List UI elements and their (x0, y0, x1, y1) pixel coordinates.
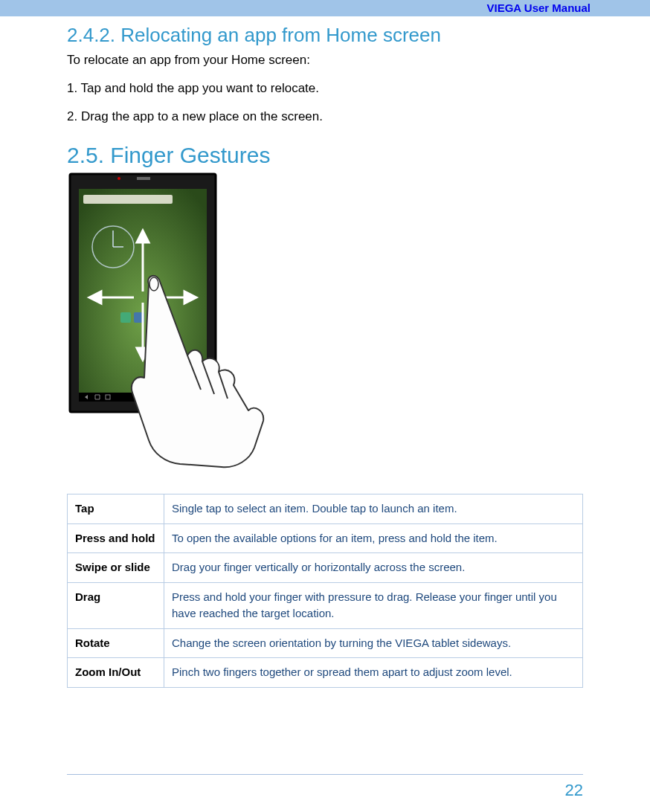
gesture-desc: Change the screen orientation by turning… (164, 628, 583, 658)
step-1: 1. Tap and hold the app you want to relo… (67, 80, 583, 97)
heading-25: 2.5. Finger Gestures (67, 143, 583, 168)
table-row: Drag Press and hold your finger with pre… (68, 582, 583, 628)
gesture-desc: Drag your finger vertically or horizonta… (164, 553, 583, 583)
header-banner: VIEGA User Manual (0, 0, 650, 16)
gesture-illustration (68, 173, 583, 473)
svg-point-2 (118, 177, 120, 180)
gesture-term: Zoom In/Out (68, 658, 164, 688)
intro-242: To relocate an app from your Home screen… (67, 51, 583, 69)
gesture-desc: To open the available options for an ite… (164, 523, 583, 553)
table-row: Tap Single tap to select an item. Double… (68, 494, 583, 524)
svg-rect-5 (83, 195, 173, 204)
gesture-desc: Press and hold your finger with pressure… (164, 582, 583, 628)
gesture-desc: Single tap to select an item. Double tap… (164, 494, 583, 524)
footer-divider (67, 774, 583, 775)
table-row: Press and hold To open the available opt… (68, 523, 583, 553)
header-title: VIEGA User Manual (487, 1, 591, 14)
table-row: Swipe or slide Drag your finger vertical… (68, 553, 583, 583)
heading-242: 2.4.2. Relocating an app from Home scree… (67, 24, 583, 47)
gesture-term: Swipe or slide (68, 553, 164, 583)
gesture-desc: Pinch two fingers together or spread the… (164, 658, 583, 688)
table-row: Zoom In/Out Pinch two fingers together o… (68, 658, 583, 688)
table-row: Rotate Change the screen orientation by … (68, 628, 583, 658)
gesture-table: Tap Single tap to select an item. Double… (67, 494, 583, 688)
gesture-term: Rotate (68, 628, 164, 658)
gesture-term: Tap (68, 494, 164, 524)
page-number: 22 (565, 781, 583, 800)
step-2: 2. Drag the app to a new place on the sc… (67, 108, 583, 126)
page-content: 2.4.2. Relocating an app from Home scree… (0, 16, 650, 688)
svg-rect-9 (120, 312, 131, 323)
svg-rect-1 (137, 177, 150, 180)
gesture-term: Press and hold (68, 523, 164, 553)
gesture-term: Drag (68, 582, 164, 628)
